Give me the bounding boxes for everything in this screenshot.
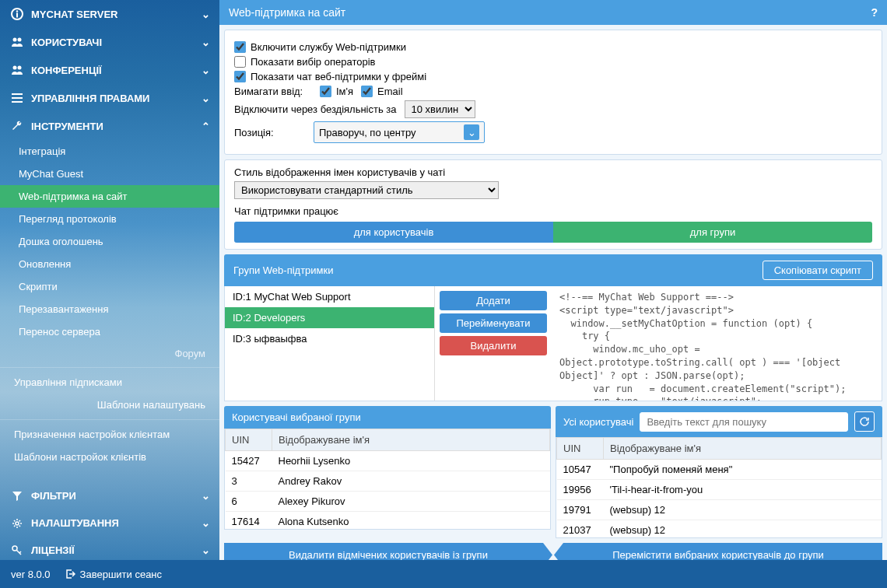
svg-point-4: [18, 38, 22, 42]
for-group-tab[interactable]: для групи: [553, 222, 872, 243]
help-button[interactable]: ?: [871, 6, 878, 19]
sb-sub-transfer[interactable]: Перенос сервера: [0, 320, 219, 343]
label: ФІЛЬТРИ: [31, 490, 76, 502]
table-row[interactable]: 6Alexey Pikurov: [226, 492, 550, 512]
showops-checkbox[interactable]: Показати вибір операторів: [234, 56, 375, 68]
search-input[interactable]: [640, 412, 848, 432]
table-row[interactable]: 19956'Til-i-hear-it-from-you: [557, 480, 882, 500]
chevron-down-icon: ⌄: [202, 490, 210, 502]
svg-rect-2: [16, 13, 18, 18]
col-uin: UIN: [226, 429, 272, 451]
chevron-down-icon: ⌄: [202, 517, 210, 529]
sb-sub-integration[interactable]: Інтеграція: [0, 140, 219, 163]
sel-title: Користувачі вибраної групи: [232, 411, 361, 423]
logout-button[interactable]: Завершити сеанс: [65, 569, 162, 580]
forum-link[interactable]: Форум: [0, 343, 219, 364]
table-row[interactable]: 19791(websup) 12: [557, 500, 882, 520]
users-icon: [9, 36, 25, 48]
sb-conferences[interactable]: КОНФЕРЕНЦІЇ ⌄: [0, 56, 219, 84]
style-select[interactable]: Використовувати стандартний стиль: [234, 181, 499, 199]
sb-tools[interactable]: ІНСТРУМЕНТИ ⌃: [0, 112, 219, 140]
table-row[interactable]: 15427Heorhii Lysenko: [226, 451, 550, 471]
style-label: Стиль відображення імен користувачів у ч…: [234, 166, 872, 178]
main-panel: Web-підтримка на сайт ? Включити службу …: [219, 0, 887, 560]
group-item[interactable]: ID:2 Developers: [225, 307, 434, 328]
sb-rights[interactable]: УПРАВЛІННЯ ПРАВАМИ ⌄: [0, 84, 219, 112]
sidebar: MYCHAT SERVER ⌄ КОРИСТУВАЧІ ⌄ КОНФЕРЕНЦІ…: [0, 0, 219, 560]
for-users-tab[interactable]: для користувачів: [234, 222, 553, 243]
sb-templates[interactable]: Шаблони налаштувань: [0, 394, 219, 416]
sb-settings[interactable]: НАЛАШТУВАННЯ ⌄: [0, 509, 219, 537]
label: ЛІЦЕНЗІЇ: [31, 544, 75, 556]
chevron-down-icon: ⌄: [202, 544, 210, 556]
idle-label: Відключити через бездіяльність за: [234, 103, 397, 115]
chevron-down-icon: ⌄: [202, 93, 210, 104]
label: Email: [377, 86, 403, 97]
sb-sub-protocols[interactable]: Перегляд протоколів: [0, 208, 219, 230]
pos-value: Праворуч, по центру: [319, 127, 416, 138]
add-button[interactable]: Додати: [440, 291, 547, 310]
all-users-col: Усі користувачі UINВідображуване ім'я 10…: [556, 406, 882, 538]
enable-checkbox[interactable]: Включити службу Web-підтримки: [234, 41, 406, 53]
sb-mychat-server[interactable]: MYCHAT SERVER ⌄: [0, 0, 219, 28]
selected-users-table: UINВідображуване ім'я 15427Heorhii Lysen…: [225, 429, 550, 530]
email-checkbox[interactable]: Email: [361, 86, 403, 97]
rename-button[interactable]: Перейменувати: [440, 313, 547, 333]
sb-sub-guest[interactable]: MyChat Guest: [0, 163, 219, 185]
svg-rect-9: [12, 101, 23, 103]
sb-sub-scripts[interactable]: Скрипти: [0, 275, 219, 298]
copy-script-button[interactable]: Скопіювати скрипт: [763, 261, 873, 280]
sb-licenses[interactable]: ЛІЦЕНЗІЇ ⌄: [0, 537, 219, 560]
key-icon: [9, 545, 25, 556]
col-name: Відображуване ім'я: [604, 438, 882, 460]
svg-rect-7: [12, 93, 23, 95]
sb-sub-websupport[interactable]: Web-підтримка на сайт: [0, 185, 219, 208]
works-label: Чат підтримки працює: [234, 205, 872, 217]
group-list: ID:1 MyChat Web Support ID:2 Developers …: [225, 286, 435, 401]
label: Включити службу Web-підтримки: [251, 41, 406, 53]
delete-button[interactable]: Видалити: [440, 336, 547, 355]
require-label: Вимагати ввід:: [234, 86, 312, 97]
idle-select[interactable]: 10 хвилин: [405, 100, 475, 118]
group-buttons: Додати Перейменувати Видалити: [435, 286, 552, 401]
all-title: Усі користувачі: [563, 416, 633, 428]
svg-rect-8: [12, 97, 23, 99]
selected-users-col: Користувачі вибраної групи UINВідображув…: [224, 406, 551, 538]
group-item[interactable]: ID:3 ыфваыфва: [225, 328, 434, 349]
sb-client-templates[interactable]: Шаблони настройок клієнтів: [0, 446, 219, 468]
wrench-icon: [9, 120, 25, 132]
label: НАЛАШТУВАННЯ: [31, 517, 119, 529]
list-icon: [9, 92, 25, 104]
refresh-button[interactable]: [854, 411, 875, 432]
label: Ім'я: [336, 86, 353, 97]
label: MYCHAT SERVER: [31, 9, 117, 20]
table-row[interactable]: 21037(websup) 12: [557, 520, 882, 539]
style-block: Стиль відображення імен користувачів у ч…: [224, 159, 882, 250]
table-row[interactable]: 17614Alona Kutsenko: [226, 512, 550, 530]
sb-client-settings[interactable]: Призначення настройок клієнтам: [0, 423, 219, 446]
sb-subscriptions[interactable]: Управління підписками: [0, 371, 219, 394]
label: Показати чат веб-підтримки у фреймі: [251, 71, 426, 82]
group-item[interactable]: ID:1 MyChat Web Support: [225, 286, 434, 307]
table-row[interactable]: 10547"Попробуй поменяй меня": [557, 460, 882, 480]
label: УПРАВЛІННЯ ПРАВАМИ: [31, 93, 149, 104]
label: КОРИСТУВАЧІ: [31, 37, 102, 48]
table-row[interactable]: 3Andrey Rakov: [226, 471, 550, 492]
position-select[interactable]: Праворуч, по центру ⌄: [314, 121, 485, 143]
remove-users-button[interactable]: Видалити відмічених користувачів із груп…: [224, 543, 552, 560]
sb-sub-update[interactable]: Оновлення: [0, 253, 219, 275]
groups-body: ID:1 MyChat Web Support ID:2 Developers …: [224, 286, 882, 401]
sb-filters[interactable]: ФІЛЬТРИ ⌄: [0, 482, 219, 509]
sb-users[interactable]: КОРИСТУВАЧІ ⌄: [0, 28, 219, 56]
move-users-button[interactable]: Перемістити вибраних користувачів до гру…: [554, 543, 882, 560]
sb-sub-board[interactable]: Дошка оголошень: [0, 230, 219, 253]
sb-sub-reboot[interactable]: Перезавантаження: [0, 298, 219, 320]
svg-point-6: [18, 66, 22, 70]
name-checkbox[interactable]: Ім'я: [320, 86, 353, 97]
svg-point-3: [13, 38, 17, 42]
footer: ver 8.0.0 Завершити сеанс: [0, 560, 887, 588]
label: Завершити сеанс: [80, 569, 162, 580]
chevron-down-icon: ⌄: [202, 65, 210, 76]
showframe-checkbox[interactable]: Показати чат веб-підтримки у фреймі: [234, 71, 426, 82]
svg-point-5: [13, 66, 17, 70]
